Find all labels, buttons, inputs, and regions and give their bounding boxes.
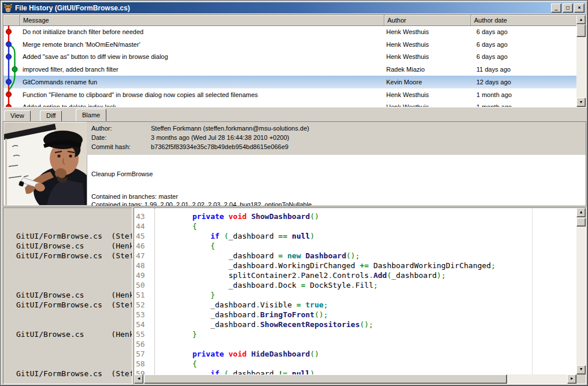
commit-summary: Cleanup FormBrowse	[91, 170, 153, 177]
commit-row[interactable]: improved filter, added branch filterRade…	[3, 63, 576, 76]
line-number: 55	[136, 329, 153, 339]
red-commit-dot-icon	[6, 104, 11, 107]
scroll-down-icon[interactable]: ▼	[576, 365, 586, 374]
line-number: 50	[136, 280, 153, 290]
date-value: 3 months ago (Wed Jul 28 16:44:38 2010 +…	[151, 134, 289, 141]
blame-commit-row[interactable]: GitUI/Browse.cs (Henk	[16, 290, 132, 300]
commit-message: Merge remote branch 'MoOmEeN/master'	[23, 38, 374, 51]
code-line: 54 _dashboard.ShowRecentRepositories();	[134, 320, 576, 329]
commit-message: improved filter, added branch filter	[23, 63, 374, 76]
commit-message: Added option to delete index.lock	[23, 101, 374, 107]
commit-graph	[3, 25, 21, 107]
blame-commit-row[interactable]: GitUI/Browse.cs (Henk	[16, 241, 132, 251]
blame-date-row: Date:3 months ago (Wed Jul 28 16:44:38 2…	[91, 134, 289, 141]
gutter-divider	[154, 208, 155, 374]
commit-row[interactable]: Merge remote branch 'MoOmEeN/master'Henk…	[3, 38, 576, 51]
line-number: 56	[136, 339, 153, 349]
window-title: File History (GitUI/FormBrowse.cs)	[15, 4, 550, 12]
scroll-up-icon[interactable]: ▲	[576, 15, 586, 24]
commit-row[interactable]: Function "Filename to clipboard" in brow…	[3, 88, 576, 101]
line-number: 52	[136, 300, 153, 310]
list-header: Message Author Author date	[3, 15, 576, 26]
tab-diff[interactable]: Diff	[40, 110, 62, 121]
commit-message: Function "Filename to clipboard" in brow…	[23, 88, 374, 101]
column-header-author[interactable]: Author	[384, 15, 471, 25]
red-commit-dot-icon	[6, 29, 11, 34]
code-line: 53 _dashboard.BringToFront();	[134, 310, 576, 320]
minimize-button[interactable]: _	[551, 3, 561, 13]
tab-strip: ViewDiffBlame	[3, 109, 586, 121]
commit-row[interactable]: Added option to delete index.lockHenk We…	[3, 101, 576, 107]
titlebar[interactable]: File History (GitUI/FormBrowse.cs) _ □ ×	[2, 2, 586, 13]
scroll-down-icon[interactable]: ▼	[576, 98, 586, 107]
code-line: 57 private void HideDashboard()	[134, 349, 576, 359]
commit-author: Radek Miazio	[386, 63, 472, 76]
code-line: 43 private void ShowDashboard()	[134, 211, 576, 221]
scroll-up-icon[interactable]: ▲	[576, 208, 586, 217]
commit-message: Do not initialize branch filter before n…	[23, 25, 374, 38]
file-history-window: File History (GitUI/FormBrowse.cs) _ □ ×…	[0, 0, 588, 386]
red-commit-dot-icon	[6, 92, 11, 97]
scroll-right-icon[interactable]: ▶	[567, 374, 576, 384]
column-header-author-date[interactable]: Author date	[471, 15, 578, 25]
commit-list-vscrollbar[interactable]: ▲ ▼	[576, 15, 586, 107]
code-line: 52 _dashboard.Visible = true;	[134, 300, 576, 310]
commit-date: 1 month ago	[476, 101, 569, 107]
code-hscrollbar[interactable]: ◀ ▶	[134, 374, 576, 384]
date-label: Date:	[91, 134, 151, 141]
commit-date: 1 month ago	[476, 88, 569, 101]
scrollbar-corner	[576, 374, 586, 384]
blame-commit-row[interactable]: GitUI/FormBrowse.cs (Stef	[16, 231, 132, 241]
code-vscrollbar[interactable]: ▲ ▼	[576, 208, 586, 374]
blame-commit-row[interactable]: GitUI/FormBrowse.cs (Stef	[16, 300, 132, 310]
commit-date: 6 days ago	[476, 25, 569, 38]
scroll-left-icon[interactable]: ◀	[134, 374, 143, 384]
blame-code-panel[interactable]: 43 private void ShowDashboard()44 {45 if…	[134, 207, 586, 384]
blame-commit-row[interactable]: GitUI/FormBrowse.cs (Stef	[16, 251, 132, 261]
contained-in-branches: Contained in branches: master	[91, 193, 178, 200]
line-number: 45	[136, 231, 153, 241]
column-header-graph[interactable]	[3, 15, 20, 25]
blame-commit-row[interactable]: GitUI/Browse.cs (Henk	[16, 329, 132, 339]
commit-history-list: Message Author Author date Do not initia…	[3, 14, 586, 107]
line-number: 59	[136, 369, 153, 374]
commit-author: Henk Westhuis	[386, 101, 472, 107]
column-header-message[interactable]: Message	[20, 15, 384, 25]
vscroll-thumb[interactable]	[576, 24, 586, 37]
code-line: 51 }	[134, 290, 576, 300]
commit-row[interactable]: GitCommands rename funKevin Moore12 days…	[3, 76, 576, 88]
commit-date: 6 days ago	[476, 50, 569, 63]
code-line: 49 splitContainer2.Panel2.Controls.Add(_…	[134, 270, 576, 280]
commit-row[interactable]: Added "save as" button to diff view in b…	[3, 50, 576, 63]
line-number: 49	[136, 270, 153, 280]
line-number: 48	[136, 261, 153, 270]
code-vscroll-thumb[interactable]	[576, 218, 586, 227]
blue-commit-dot-icon	[6, 79, 11, 84]
close-button[interactable]: ×	[574, 3, 585, 13]
tab-blame[interactable]: Blame	[76, 109, 106, 121]
code-line: 44 {	[134, 221, 576, 231]
code-line: 59 if (_dashboard != null)	[134, 369, 576, 374]
author-value: Steffen Forkmann (steffen.forkmann@msu-s…	[151, 125, 309, 132]
code-hscroll-thumb[interactable]	[144, 374, 507, 384]
commit-date: 11 days ago	[476, 63, 569, 76]
blame-author-row: Author:Steffen Forkmann (steffen.forkman…	[91, 125, 309, 132]
line-number: 54	[136, 320, 153, 329]
code-line: 50 _dashboard.Dock = DockStyle.Fill;	[134, 280, 576, 290]
maximize-button[interactable]: □	[563, 3, 573, 13]
tab-view[interactable]: View	[4, 110, 31, 121]
blame-commit-row[interactable]: GitUI/FormBrowse.cs (Stef	[16, 369, 132, 378]
commit-row[interactable]: Do not initialize branch filter before n…	[3, 25, 576, 38]
line-number: 46	[136, 241, 153, 251]
commit-rows: Do not initialize branch filter before n…	[3, 25, 576, 107]
commit-author: Henk Westhuis	[386, 38, 472, 51]
commit-message: GitCommands rename fun	[23, 76, 374, 88]
blame-meta-band: Author:Steffen Forkmann (steffen.forkman…	[87, 122, 586, 155]
author-label: Author:	[91, 125, 151, 132]
code-lines: 43 private void ShowDashboard()44 {45 if…	[134, 208, 576, 374]
right-margin-guide	[532, 208, 532, 374]
code-line: 47 _dashboard = new Dashboard();	[134, 251, 576, 261]
app-cow-icon	[3, 3, 13, 13]
commit-author: Henk Westhuis	[386, 25, 472, 38]
blame-commits-panel[interactable]: GitUI/FormBrowse.cs (StefGitUI/Browse.cs…	[3, 207, 132, 384]
